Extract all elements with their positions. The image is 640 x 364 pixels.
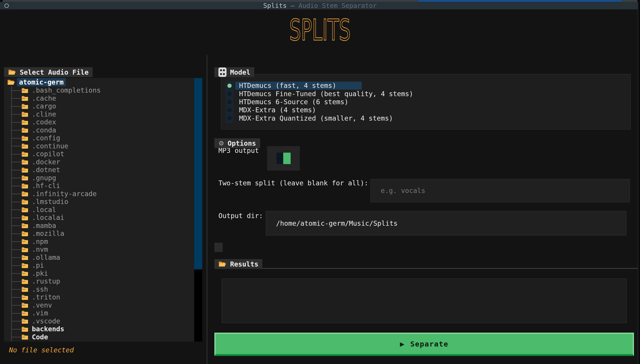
tree-row[interactable]: .ollama <box>4 254 194 262</box>
file-status-text: No file selected <box>9 346 74 354</box>
tree-row[interactable]: .triton <box>4 293 194 301</box>
tree-branch-connector <box>11 154 25 154</box>
tree-branch-connector <box>11 146 25 146</box>
separate-button[interactable]: ▶ Separate <box>214 332 634 356</box>
file-tree-rows: .bash_completions.cache.cargo.cline.code… <box>4 86 194 342</box>
folder-label: .triton <box>32 293 60 301</box>
tree-row[interactable]: .gnupg <box>4 174 194 182</box>
tree-branch-connector <box>11 281 25 282</box>
small-checkbox[interactable] <box>214 243 223 252</box>
tree-row[interactable]: .conda <box>4 126 194 134</box>
folder-label: .pi <box>32 261 44 269</box>
tree-row[interactable]: .localai <box>4 214 194 222</box>
tree-branch-connector <box>11 257 25 258</box>
folder-label: .codex <box>32 118 56 126</box>
tree-branch-connector <box>11 130 25 130</box>
model-option-row[interactable]: HTDemucs 6-Source (6 stems) <box>221 98 630 106</box>
folder-label: .bash_completions <box>32 86 101 94</box>
tree-row[interactable]: .copilot <box>4 150 194 158</box>
model-option-row[interactable]: HTDemucs Fine-Tuned (best quality, 4 ste… <box>221 90 630 98</box>
results-section-header: Results <box>214 259 262 269</box>
tree-row[interactable]: .codex <box>4 118 194 126</box>
tree-row[interactable]: .mamba <box>4 222 194 230</box>
tree-row[interactable]: .cache <box>4 94 194 102</box>
output-dir-input[interactable] <box>266 211 626 236</box>
tree-row[interactable]: Code <box>4 333 194 341</box>
tree-row[interactable]: .cline <box>4 110 194 118</box>
options-section-header-label: Options <box>228 140 256 147</box>
file-tree: atomic-germ .bash_completions.cache.carg… <box>4 78 202 342</box>
tree-root-row[interactable]: atomic-germ <box>4 78 66 86</box>
tree-branch-connector <box>11 106 25 107</box>
folder-label: .ollama <box>32 254 60 261</box>
open-folder-icon <box>8 69 16 76</box>
toggle-on-cell <box>283 153 291 164</box>
file-panel-header-label: Select Audio File <box>20 68 89 76</box>
tree-row[interactable]: .config <box>4 134 194 142</box>
tree-row[interactable]: .continue <box>4 142 194 150</box>
folder-label: .cache <box>32 94 56 102</box>
folder-label: .hf-cli <box>32 182 60 190</box>
output-dir-label: Output dir: <box>218 212 263 220</box>
window-right-border <box>638 2 640 364</box>
tree-row[interactable]: .dotnet <box>4 166 194 174</box>
radio-icon <box>227 116 232 120</box>
tree-row[interactable]: .venv <box>4 301 194 309</box>
tree-branch-connector <box>11 170 25 170</box>
window-title-primary: Splits <box>263 2 287 10</box>
folder-label: .docker <box>32 158 60 166</box>
tree-branch-connector <box>11 98 25 98</box>
tree-row[interactable]: .ssh <box>4 285 194 294</box>
folder-label: .vscode <box>32 317 60 325</box>
tree-branch-connector <box>11 289 25 290</box>
tree-row[interactable]: .lmstudio <box>4 198 194 206</box>
folder-icon <box>218 261 227 268</box>
folder-label: Code <box>32 333 48 341</box>
tree-scrollbar-thumb[interactable] <box>194 78 202 270</box>
results-box <box>222 278 627 323</box>
tree-row[interactable]: .infinity-arcade <box>4 190 194 198</box>
tree-row[interactable]: .cargo <box>4 102 194 110</box>
window-title-secondary: Audio Stem Separator <box>298 2 377 10</box>
gear-icon: ⚙ <box>218 140 224 147</box>
tree-branch-connector <box>11 273 25 274</box>
tree-branch-connector <box>11 305 25 306</box>
folder-label: .mamba <box>32 222 56 230</box>
tree-row[interactable]: .bash_completions <box>4 86 194 94</box>
model-option-row[interactable]: MDX-Extra Quantized (smaller, 4 stems) <box>221 114 630 122</box>
tree-branch-connector <box>11 138 25 138</box>
folder-label: .dotnet <box>32 166 60 174</box>
model-option-label: HTDemucs (fast, 4 stems) <box>235 82 362 90</box>
tree-row[interactable]: backends <box>4 325 194 333</box>
tree-row[interactable]: .rustup <box>4 277 194 285</box>
two-stem-input[interactable] <box>370 179 630 202</box>
tree-row[interactable]: .vscode <box>4 317 194 325</box>
folder-label: .mozilla <box>32 230 64 237</box>
model-option-row[interactable]: MDX-Extra (4 stems) <box>221 106 630 114</box>
tree-row[interactable]: .vim <box>4 309 194 317</box>
tree-row[interactable]: .docker <box>4 158 194 166</box>
mp3-output-toggle[interactable] <box>267 146 300 170</box>
folder-label: .conda <box>32 126 56 134</box>
model-section-header: Model <box>214 67 254 77</box>
tree-row[interactable]: .npm <box>4 238 194 246</box>
separate-button-label: Separate <box>410 340 448 348</box>
titlebar[interactable]: Splits — Audio Stem Separator <box>0 2 640 10</box>
folder-label: .vim <box>32 309 48 317</box>
model-option-row[interactable]: HTDemucs (fast, 4 stems) <box>221 82 630 90</box>
tree-row[interactable]: .pi <box>4 261 194 270</box>
two-stem-label: Two-stem split (leave blank for all): <box>218 179 368 187</box>
open-folder-icon <box>7 79 15 86</box>
tree-branch-connector <box>11 178 25 178</box>
tree-row[interactable]: .hf-cli <box>4 182 194 190</box>
tree-branch-connector <box>11 226 25 226</box>
window-top-border <box>0 0 640 2</box>
tree-row[interactable]: .local <box>4 206 194 214</box>
folder-label: .venv <box>32 301 52 309</box>
model-option-label: HTDemucs 6-Source (6 stems) <box>235 98 348 106</box>
folder-label: .ssh <box>32 285 48 293</box>
tree-row[interactable]: .pki <box>4 270 194 278</box>
tree-row[interactable]: .mozilla <box>4 230 194 238</box>
tree-row[interactable]: .nvm <box>4 246 194 254</box>
tree-branch-connector <box>11 337 25 337</box>
